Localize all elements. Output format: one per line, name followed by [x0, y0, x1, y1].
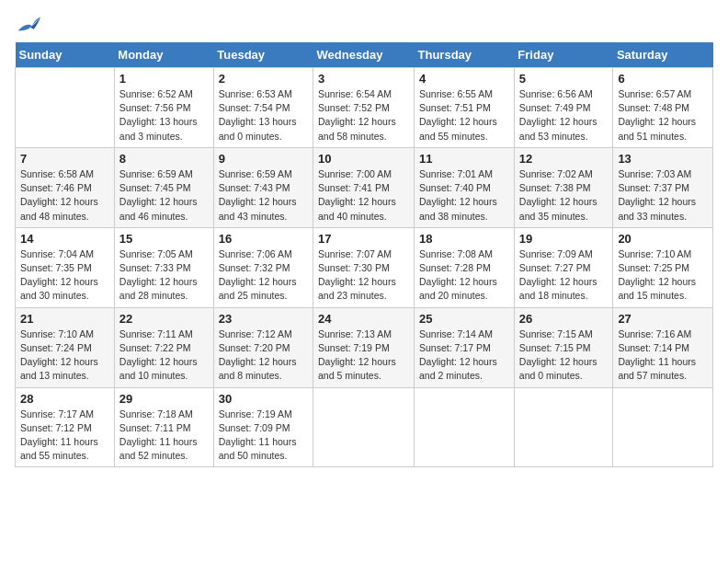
calendar-cell: 29Sunrise: 7:18 AM Sunset: 7:11 PM Dayli… — [114, 387, 213, 467]
day-info: Sunrise: 7:15 AM Sunset: 7:15 PM Dayligh… — [519, 327, 609, 384]
calendar-cell: 11Sunrise: 7:01 AM Sunset: 7:40 PM Dayli… — [415, 147, 515, 227]
day-number: 19 — [519, 232, 609, 246]
day-of-week-thursday: Thursday — [415, 42, 515, 68]
day-info: Sunrise: 7:04 AM Sunset: 7:35 PM Dayligh… — [20, 247, 109, 304]
day-number: 16 — [219, 232, 308, 246]
day-info: Sunrise: 7:01 AM Sunset: 7:40 PM Dayligh… — [419, 167, 509, 224]
calendar-cell: 21Sunrise: 7:10 AM Sunset: 7:24 PM Dayli… — [16, 307, 115, 387]
day-number: 27 — [618, 312, 708, 326]
day-number: 29 — [119, 392, 209, 406]
calendar-cell: 16Sunrise: 7:06 AM Sunset: 7:32 PM Dayli… — [213, 227, 313, 307]
day-number: 20 — [618, 232, 708, 246]
day-of-week-sunday: Sunday — [16, 42, 115, 68]
day-number: 22 — [119, 312, 209, 326]
calendar-week-2: 7Sunrise: 6:58 AM Sunset: 7:46 PM Daylig… — [16, 147, 713, 227]
calendar-week-4: 21Sunrise: 7:10 AM Sunset: 7:24 PM Dayli… — [16, 307, 713, 387]
calendar-cell: 24Sunrise: 7:13 AM Sunset: 7:19 PM Dayli… — [313, 307, 415, 387]
calendar-cell: 19Sunrise: 7:09 AM Sunset: 7:27 PM Dayli… — [514, 227, 613, 307]
calendar-cell: 14Sunrise: 7:04 AM Sunset: 7:35 PM Dayli… — [16, 227, 115, 307]
calendar-cell: 10Sunrise: 7:00 AM Sunset: 7:41 PM Dayli… — [313, 147, 415, 227]
day-number: 1 — [119, 72, 209, 86]
calendar-cell: 6Sunrise: 6:57 AM Sunset: 7:48 PM Daylig… — [613, 68, 713, 148]
calendar-cell: 23Sunrise: 7:12 AM Sunset: 7:20 PM Dayli… — [213, 307, 313, 387]
calendar-cell: 9Sunrise: 6:59 AM Sunset: 7:43 PM Daylig… — [213, 147, 313, 227]
day-info: Sunrise: 7:03 AM Sunset: 7:37 PM Dayligh… — [618, 167, 708, 224]
day-info: Sunrise: 7:10 AM Sunset: 7:25 PM Dayligh… — [618, 247, 708, 304]
day-info: Sunrise: 6:55 AM Sunset: 7:51 PM Dayligh… — [419, 87, 509, 144]
logo — [15, 15, 42, 31]
day-number: 7 — [20, 152, 109, 166]
calendar-header: SundayMondayTuesdayWednesdayThursdayFrid… — [16, 42, 713, 68]
calendar-cell: 25Sunrise: 7:14 AM Sunset: 7:17 PM Dayli… — [415, 307, 515, 387]
day-info: Sunrise: 7:13 AM Sunset: 7:19 PM Dayligh… — [318, 327, 409, 384]
calendar-cell: 8Sunrise: 6:59 AM Sunset: 7:45 PM Daylig… — [114, 147, 213, 227]
calendar-cell: 13Sunrise: 7:03 AM Sunset: 7:37 PM Dayli… — [613, 147, 713, 227]
day-number: 21 — [20, 312, 109, 326]
day-info: Sunrise: 7:00 AM Sunset: 7:41 PM Dayligh… — [318, 167, 409, 224]
calendar-cell: 30Sunrise: 7:19 AM Sunset: 7:09 PM Dayli… — [213, 387, 313, 467]
day-number: 13 — [618, 152, 708, 166]
calendar-cell: 3Sunrise: 6:54 AM Sunset: 7:52 PM Daylig… — [313, 68, 415, 148]
calendar-cell: 4Sunrise: 6:55 AM Sunset: 7:51 PM Daylig… — [415, 68, 515, 148]
calendar-cell: 18Sunrise: 7:08 AM Sunset: 7:28 PM Dayli… — [415, 227, 515, 307]
calendar-table: SundayMondayTuesdayWednesdayThursdayFrid… — [15, 42, 713, 467]
calendar-cell: 20Sunrise: 7:10 AM Sunset: 7:25 PM Dayli… — [613, 227, 713, 307]
calendar-cell — [16, 68, 115, 148]
day-number: 18 — [419, 232, 509, 246]
logo-bird-icon — [17, 15, 42, 35]
calendar-cell — [613, 387, 713, 467]
calendar-cell: 26Sunrise: 7:15 AM Sunset: 7:15 PM Dayli… — [514, 307, 613, 387]
day-info: Sunrise: 6:54 AM Sunset: 7:52 PM Dayligh… — [318, 87, 409, 144]
calendar-cell: 2Sunrise: 6:53 AM Sunset: 7:54 PM Daylig… — [213, 68, 313, 148]
day-number: 17 — [318, 232, 409, 246]
day-info: Sunrise: 7:05 AM Sunset: 7:33 PM Dayligh… — [119, 247, 209, 304]
calendar-week-5: 28Sunrise: 7:17 AM Sunset: 7:12 PM Dayli… — [16, 387, 713, 467]
day-info: Sunrise: 7:14 AM Sunset: 7:17 PM Dayligh… — [419, 327, 509, 384]
calendar-cell: 15Sunrise: 7:05 AM Sunset: 7:33 PM Dayli… — [114, 227, 213, 307]
calendar-week-1: 1Sunrise: 6:52 AM Sunset: 7:56 PM Daylig… — [16, 68, 713, 148]
day-info: Sunrise: 7:18 AM Sunset: 7:11 PM Dayligh… — [119, 408, 209, 464]
calendar-cell: 17Sunrise: 7:07 AM Sunset: 7:30 PM Dayli… — [313, 227, 415, 307]
calendar-cell — [313, 387, 415, 467]
day-info: Sunrise: 6:53 AM Sunset: 7:54 PM Dayligh… — [219, 87, 308, 144]
calendar-cell — [514, 387, 613, 467]
day-number: 15 — [119, 232, 209, 246]
day-info: Sunrise: 7:12 AM Sunset: 7:20 PM Dayligh… — [219, 327, 308, 384]
day-of-week-tuesday: Tuesday — [213, 42, 313, 68]
calendar-cell: 22Sunrise: 7:11 AM Sunset: 7:22 PM Dayli… — [114, 307, 213, 387]
day-info: Sunrise: 6:58 AM Sunset: 7:46 PM Dayligh… — [20, 167, 109, 224]
day-number: 10 — [318, 152, 409, 166]
day-number: 2 — [219, 72, 308, 86]
day-info: Sunrise: 7:10 AM Sunset: 7:24 PM Dayligh… — [20, 327, 109, 384]
day-info: Sunrise: 6:59 AM Sunset: 7:43 PM Dayligh… — [219, 167, 308, 224]
day-number: 25 — [419, 312, 509, 326]
day-number: 3 — [318, 72, 409, 86]
calendar-body: 1Sunrise: 6:52 AM Sunset: 7:56 PM Daylig… — [16, 68, 713, 467]
day-info: Sunrise: 7:11 AM Sunset: 7:22 PM Dayligh… — [119, 327, 209, 384]
day-info: Sunrise: 7:02 AM Sunset: 7:38 PM Dayligh… — [519, 167, 609, 224]
day-info: Sunrise: 6:57 AM Sunset: 7:48 PM Dayligh… — [618, 87, 708, 144]
day-number: 4 — [419, 72, 509, 86]
day-info: Sunrise: 7:17 AM Sunset: 7:12 PM Dayligh… — [20, 408, 109, 464]
day-info: Sunrise: 6:56 AM Sunset: 7:49 PM Dayligh… — [519, 87, 609, 144]
day-of-week-monday: Monday — [114, 42, 213, 68]
day-number: 11 — [419, 152, 509, 166]
calendar-cell: 7Sunrise: 6:58 AM Sunset: 7:46 PM Daylig… — [16, 147, 115, 227]
day-number: 26 — [519, 312, 609, 326]
day-number: 30 — [219, 392, 308, 406]
day-info: Sunrise: 6:52 AM Sunset: 7:56 PM Dayligh… — [119, 87, 209, 144]
day-number: 23 — [219, 312, 308, 326]
page-header — [15, 15, 713, 31]
day-number: 6 — [618, 72, 708, 86]
day-number: 28 — [20, 392, 109, 406]
day-info: Sunrise: 7:08 AM Sunset: 7:28 PM Dayligh… — [419, 247, 509, 304]
calendar-week-3: 14Sunrise: 7:04 AM Sunset: 7:35 PM Dayli… — [16, 227, 713, 307]
day-of-week-saturday: Saturday — [613, 42, 713, 68]
calendar-cell: 28Sunrise: 7:17 AM Sunset: 7:12 PM Dayli… — [16, 387, 115, 467]
day-info: Sunrise: 7:07 AM Sunset: 7:30 PM Dayligh… — [318, 247, 409, 304]
calendar-cell: 27Sunrise: 7:16 AM Sunset: 7:14 PM Dayli… — [613, 307, 713, 387]
day-info: Sunrise: 7:09 AM Sunset: 7:27 PM Dayligh… — [519, 247, 609, 304]
day-number: 14 — [20, 232, 109, 246]
day-info: Sunrise: 7:06 AM Sunset: 7:32 PM Dayligh… — [219, 247, 308, 304]
day-number: 24 — [318, 312, 409, 326]
